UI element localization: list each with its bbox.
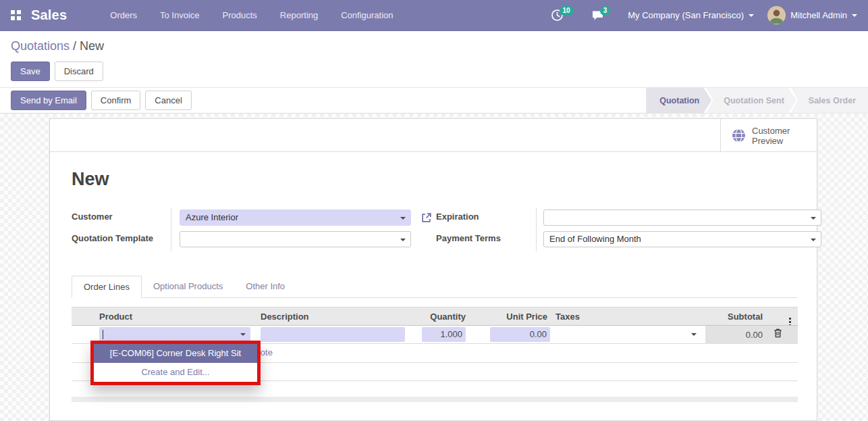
dropdown-item-create-and-edit[interactable]: Create and Edit...	[94, 363, 257, 382]
send-by-email-button[interactable]: Send by Email	[11, 91, 86, 110]
product-input[interactable]	[99, 327, 250, 342]
discard-button[interactable]: Discard	[55, 61, 103, 81]
odoo-sales-screen: Sales Orders To Invoice Products Reporti…	[0, 0, 868, 421]
tab-order-lines[interactable]: Order Lines	[72, 276, 142, 298]
statusbar-buttons: Send by Email Confirm Cancel	[11, 91, 192, 110]
top-navbar: Sales Orders To Invoice Products Reporti…	[0, 0, 868, 31]
table-header-row: Product Description Quantity Unit Price …	[72, 307, 798, 326]
user-menu[interactable]: Mitchell Admin	[767, 6, 857, 24]
form-group-right: Expiration Payment Terms End of Followin…	[421, 208, 821, 251]
description-input[interactable]	[261, 327, 405, 342]
product-autocomplete-dropdown: [E-COM06] Corner Desk Right Sit Create a…	[94, 344, 257, 382]
control-panel: Quotations / New Save Discard	[0, 31, 868, 88]
main-menu: Orders To Invoice Products Reporting Con…	[110, 10, 393, 20]
menu-products[interactable]: Products	[223, 10, 257, 20]
unit-price-input[interactable]: 0.00	[490, 327, 550, 342]
sheet-button-box: Customer Preview	[50, 119, 817, 152]
form-statusbar: Send by Email Confirm Cancel Quotation Q…	[0, 88, 868, 114]
record-title: New	[72, 169, 109, 190]
app-brand[interactable]: Sales	[31, 7, 67, 23]
customer-field[interactable]: Azure Interior	[180, 209, 411, 226]
dropdown-caret-icon	[811, 239, 816, 241]
order-lines-table: Product Description Quantity Unit Price …	[72, 307, 798, 344]
form-group-left: Customer Azure Interior Quotation Templa…	[72, 208, 411, 251]
customer-label: Customer	[72, 208, 171, 230]
quantity-input[interactable]: 1.000	[422, 327, 466, 342]
control-panel-buttons: Save Discard	[11, 61, 857, 81]
customer-preview-button[interactable]: Customer Preview	[720, 119, 817, 152]
quotation-template-label: Quotation Template	[72, 230, 171, 251]
breadcrumb: Quotations / New	[11, 39, 857, 53]
breadcrumb-quotations-link[interactable]: Quotations	[11, 39, 70, 53]
apps-grid-icon[interactable]	[0, 0, 31, 31]
notebook-tabs: Order Lines Optional Products Other Info	[72, 276, 798, 298]
payment-terms-label: Payment Terms	[421, 230, 537, 251]
table-footer-strip	[72, 397, 798, 402]
menu-orders[interactable]: Orders	[110, 10, 137, 20]
customer-value: Azure Interior	[186, 212, 238, 222]
menu-reporting[interactable]: Reporting	[280, 10, 318, 20]
chevron-down-icon	[749, 14, 754, 17]
taxes-input[interactable]	[555, 327, 701, 342]
payment-terms-value: End of Following Month	[549, 234, 641, 244]
avatar	[767, 6, 786, 24]
expiration-label: Expiration	[421, 208, 537, 230]
activities-badge: 10	[560, 6, 574, 16]
breadcrumb-separator: /	[73, 39, 76, 53]
dropdown-caret-icon	[400, 239, 406, 241]
customer-preview-label: Customer Preview	[752, 126, 790, 146]
subtotal-cell: 0.00	[705, 326, 767, 344]
user-name: Mitchell Admin	[790, 10, 847, 20]
optional-columns-icon[interactable]	[786, 314, 794, 325]
quotation-template-field[interactable]	[180, 231, 411, 247]
description-column-header[interactable]: Description	[256, 307, 409, 325]
dropdown-caret-icon	[691, 333, 697, 336]
messages-badge: 3	[600, 6, 611, 16]
confirm-button[interactable]: Confirm	[91, 91, 141, 110]
product-column-header[interactable]: Product	[95, 307, 256, 325]
company-switcher[interactable]: My Company (San Francisco)	[628, 10, 754, 20]
step-sales-order[interactable]: Sales Order	[791, 88, 868, 114]
status-steps: Quotation Quotation Sent Sales Order	[646, 88, 868, 114]
delete-row-icon[interactable]	[774, 330, 782, 340]
taxes-column-header[interactable]: Taxes	[551, 307, 705, 325]
step-quotation-sent[interactable]: Quotation Sent	[706, 88, 796, 114]
unit-price-column-header[interactable]: Unit Price	[489, 307, 551, 325]
dropdown-caret-icon	[240, 333, 246, 336]
tab-optional-products[interactable]: Optional Products	[142, 276, 234, 298]
menu-configuration[interactable]: Configuration	[341, 10, 393, 20]
save-button[interactable]: Save	[11, 61, 50, 81]
breadcrumb-current: New	[80, 39, 104, 53]
dropdown-caret-icon	[400, 217, 406, 220]
cancel-button[interactable]: Cancel	[145, 91, 191, 110]
step-quotation[interactable]: Quotation	[646, 88, 711, 114]
handle-column-header	[72, 307, 95, 325]
chevron-down-icon	[852, 14, 857, 17]
text-cursor	[103, 330, 103, 339]
dropdown-item-product[interactable]: [E-COM06] Corner Desk Right Sit	[94, 344, 257, 363]
tab-other-info[interactable]: Other Info	[234, 276, 296, 298]
company-name: My Company (San Francisco)	[628, 10, 744, 20]
uom-column-header	[470, 307, 489, 325]
subtotal-column-header[interactable]: Subtotal	[705, 307, 767, 325]
quantity-column-header[interactable]: Quantity	[409, 307, 470, 325]
dropdown-caret-icon	[811, 217, 816, 220]
activities-icon[interactable]: 10	[551, 9, 578, 22]
globe-icon	[732, 128, 746, 143]
systray: 10 3 My Company (San Francisco) Mitchell…	[551, 6, 868, 24]
payment-terms-field[interactable]: End of Following Month	[543, 231, 821, 247]
messages-icon[interactable]: 3	[591, 9, 615, 22]
menu-to-invoice[interactable]: To Invoice	[160, 10, 200, 20]
expiration-field[interactable]	[543, 209, 821, 226]
